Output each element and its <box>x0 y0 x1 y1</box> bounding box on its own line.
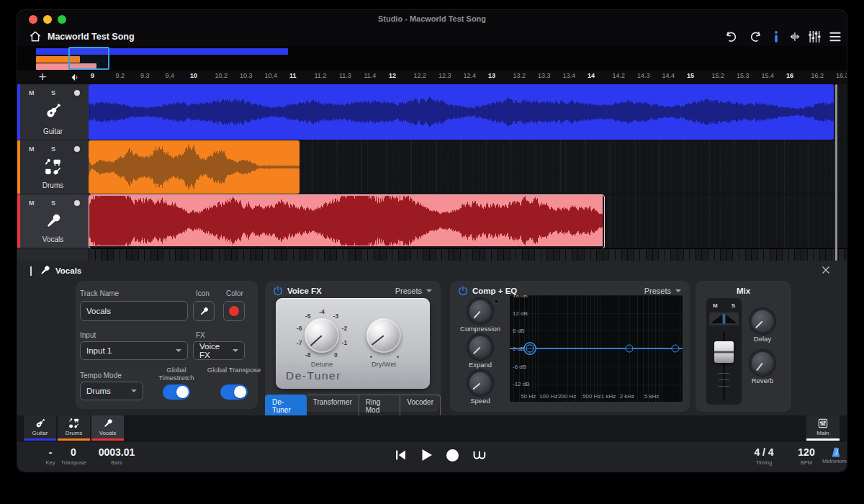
mute-button[interactable]: M <box>29 89 35 96</box>
global-timestretch-toggle[interactable] <box>163 384 190 400</box>
record-arm-button[interactable] <box>74 200 80 206</box>
menu-button[interactable] <box>828 30 842 44</box>
solo-button[interactable]: S <box>51 199 55 207</box>
ruler-label: 13.2 <box>513 72 539 84</box>
voicefx-tab-ring-mod[interactable]: Ring Mod <box>359 395 401 418</box>
eq-node-3[interactable] <box>672 345 680 353</box>
detune-scale-label: -4 <box>319 308 325 315</box>
tab-vocals[interactable]: Vocals <box>91 415 124 441</box>
stretch-tool-button[interactable] <box>788 30 802 44</box>
mute-button[interactable]: M <box>29 199 35 207</box>
voicefx-presets-dropdown[interactable]: Presets <box>395 287 432 295</box>
ruler-label: 12.4 <box>464 72 489 84</box>
reverb-knob[interactable] <box>752 352 773 374</box>
voicefx-tab-transformer[interactable]: Transformer <box>307 395 359 418</box>
pan-control[interactable] <box>709 312 739 325</box>
track-header-drums[interactable]: M S Drums <box>17 140 89 194</box>
voicefx-tab-vocoder[interactable]: Vocoder <box>400 395 441 418</box>
bars-display[interactable]: 0003.01 Bars <box>99 444 135 466</box>
track-lane-guitar[interactable] <box>89 84 847 140</box>
power-icon[interactable] <box>457 285 469 297</box>
compeq-presets-dropdown[interactable]: Presets <box>644 287 681 295</box>
eq-db-label: 12 dB <box>513 310 528 316</box>
guitar-audio-clip[interactable] <box>89 84 834 140</box>
track-name-label: Track Name <box>80 289 119 297</box>
global-timestretch-label: Global Timestretch <box>149 366 204 382</box>
mute-button[interactable]: M <box>29 145 35 153</box>
track-icon-button[interactable] <box>193 301 215 321</box>
transpose-display[interactable]: 0 Transpose <box>60 444 86 466</box>
track-name: Guitar <box>17 127 89 135</box>
fx-label: FX <box>196 331 205 339</box>
track-name-input[interactable] <box>80 301 188 321</box>
detune-knob[interactable] <box>305 318 339 353</box>
expand-knob[interactable] <box>469 336 491 358</box>
fx-select[interactable]: Voice FX <box>193 341 245 360</box>
rewind-button[interactable] <box>392 447 408 463</box>
track-color-button[interactable] <box>223 301 245 321</box>
drywet-knob[interactable] <box>366 318 401 353</box>
mic-icon <box>102 418 114 429</box>
guitar-icon <box>44 102 63 120</box>
voicefx-tab-de-tuner[interactable]: De-Tuner <box>265 395 307 418</box>
solo-button[interactable]: S <box>51 89 55 96</box>
loop-button[interactable] <box>471 446 488 464</box>
home-icon[interactable] <box>28 30 42 44</box>
track-header-vocals[interactable]: M S Vocals <box>17 194 89 248</box>
track-lane-vocals[interactable] <box>89 194 847 248</box>
eq-db-label: 6 dB <box>513 328 524 334</box>
track-lane-drums[interactable] <box>89 140 847 194</box>
tab-guitar[interactable]: Guitar <box>24 415 56 441</box>
tempo-mode-select[interactable]: Drums <box>80 382 143 400</box>
timing-value: 4 / 4 <box>754 444 773 461</box>
record-button[interactable] <box>446 449 459 462</box>
eq-graph[interactable]: 18 dB12 dB6 dB0 dB-6 dB-12 dB50 Hz100 Hz… <box>510 295 683 402</box>
mixer-button[interactable] <box>807 30 822 44</box>
speed-knob[interactable] <box>469 372 491 394</box>
mute-button[interactable]: M <box>713 302 718 309</box>
play-button[interactable] <box>418 446 435 464</box>
ruler-label: 15.2 <box>712 72 737 84</box>
bpm-display[interactable]: 120 BPM <box>798 444 814 466</box>
close-icon[interactable] <box>821 265 831 275</box>
compression-knob[interactable] <box>469 300 491 322</box>
song-overview-minimap[interactable] <box>17 46 847 71</box>
ruler-label: 9 <box>91 72 116 84</box>
expand-label: Expand <box>455 361 505 369</box>
volume-fader[interactable] <box>714 341 734 363</box>
minimap-viewport[interactable] <box>68 47 109 70</box>
record-arm-button[interactable] <box>74 90 80 96</box>
timeline-ruler[interactable]: + 99.29.39.41010.210.310.41111.211.311.4… <box>17 71 847 84</box>
undo-button[interactable] <box>724 30 738 44</box>
solo-button[interactable]: S <box>732 302 735 309</box>
transpose-value: 0 <box>60 444 86 461</box>
detune-scale-label: -5 <box>305 312 311 320</box>
ruler-label: 11.4 <box>364 72 390 84</box>
tab-drums[interactable]: Drums <box>58 415 90 441</box>
eq-freq-label: 50 Hz <box>521 393 536 400</box>
tab-main[interactable]: Main <box>806 415 840 441</box>
timing-display[interactable]: 4 / 4 Timing <box>754 444 773 466</box>
info-button[interactable] <box>769 30 783 44</box>
vertical-scrollbar[interactable] <box>835 84 837 261</box>
timing-label: Timing <box>754 459 773 466</box>
vocals-audio-clip[interactable] <box>89 194 605 249</box>
delay-knob[interactable] <box>752 310 773 332</box>
redo-button[interactable] <box>749 30 763 44</box>
power-icon[interactable] <box>272 285 284 297</box>
input-select[interactable]: Input 1 <box>80 341 188 360</box>
detune-scale-label: -6 <box>297 325 302 332</box>
drums-audio-clip[interactable] <box>89 140 300 194</box>
metronome-display[interactable]: Metronome <box>822 444 847 464</box>
track-row-drums: M S Drums <box>17 140 847 194</box>
record-arm-button[interactable] <box>74 146 80 152</box>
solo-button[interactable]: S <box>51 145 55 153</box>
voice-fx-title: Voice FX <box>287 287 322 295</box>
eq-node-1[interactable] <box>526 345 534 353</box>
global-transpose-toggle[interactable] <box>220 384 248 400</box>
speaker-icon[interactable] <box>69 72 80 83</box>
add-track-button[interactable]: + <box>36 71 49 84</box>
track-header-guitar[interactable]: M S Guitar <box>17 84 89 140</box>
eq-node-2[interactable] <box>625 345 633 353</box>
key-display[interactable]: - Key <box>46 444 55 466</box>
